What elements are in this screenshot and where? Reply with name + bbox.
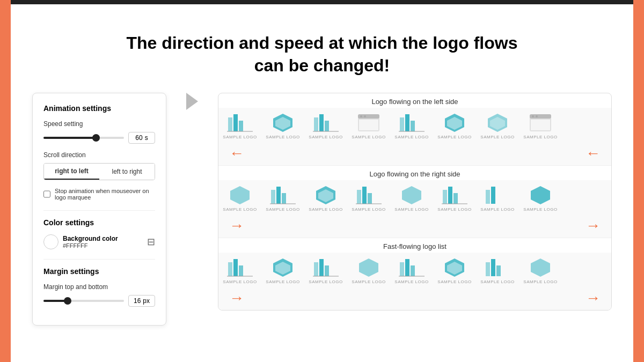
svg-rect-1 xyxy=(233,114,238,131)
margin-section-title: Margin settings xyxy=(43,267,155,276)
logo-caption: Sample Logo xyxy=(266,135,299,139)
stop-animation-row: Stop animation when mouseover on logo ma… xyxy=(43,188,155,201)
margin-thumb[interactable] xyxy=(64,297,71,305)
logo-caption: Sample Logo xyxy=(352,135,385,139)
arrow-row-fast: → → xyxy=(218,289,611,310)
svg-rect-31 xyxy=(282,193,286,204)
list-item: Sample Logo xyxy=(519,182,562,214)
margin-value: 16 xyxy=(134,297,141,305)
fast-arrow-2: → xyxy=(586,290,601,307)
svg-rect-29 xyxy=(271,190,275,204)
left-to-right-btn[interactable]: left to right xyxy=(99,164,155,180)
speed-unit: s xyxy=(145,134,148,142)
hex-logo-icon xyxy=(226,184,253,206)
hex-logo-icon xyxy=(269,112,296,134)
bg-color-value: #FFFFFF xyxy=(63,242,118,249)
right-to-left-btn[interactable]: right to left xyxy=(44,164,99,180)
list-item: Sample Logo xyxy=(433,182,476,214)
list-item: Sample Logo xyxy=(218,182,261,214)
list-item: Sample Logo xyxy=(476,182,519,214)
svg-point-14 xyxy=(364,115,366,117)
svg-rect-64 xyxy=(486,262,490,276)
hex4-logo-icon xyxy=(527,184,554,206)
logo-caption: Sample Logo xyxy=(437,279,471,284)
arrow-row-left: ← ← xyxy=(218,144,611,165)
bar-fast-icon xyxy=(226,257,253,278)
logo-caption: Sample Logo xyxy=(309,207,342,212)
margin-track[interactable] xyxy=(43,300,124,302)
svg-rect-54 xyxy=(319,259,324,276)
margin-slider-row: 16 px xyxy=(43,295,155,307)
animation-section-title: Animation settings xyxy=(43,104,155,113)
list-item: Sample Logo xyxy=(304,110,347,142)
hex-fast-icon xyxy=(269,257,296,278)
stack-icon[interactable]: ⊟ xyxy=(147,236,155,248)
logo-strip-fast: Sample Logo Sample Logo Sample Logo xyxy=(218,253,611,289)
fast-arrow-1: → xyxy=(229,290,244,307)
logo-caption: Sample Logo xyxy=(352,279,385,284)
right-arrow-1: → xyxy=(229,217,244,234)
logo-caption: Sample Logo xyxy=(266,279,299,284)
svg-point-13 xyxy=(360,115,362,117)
color-swatch[interactable] xyxy=(43,234,58,249)
svg-rect-47 xyxy=(228,262,232,276)
logo-caption: Sample Logo xyxy=(394,135,428,139)
svg-rect-12 xyxy=(359,120,378,130)
margin-label: Margin top and bottom xyxy=(43,283,155,291)
left-flow-label: Logo flowing on the left side xyxy=(218,93,611,108)
speed-track[interactable] xyxy=(43,137,124,139)
content-row: Animation settings Speed setting 60 s Sc… xyxy=(32,93,612,326)
logo-strip-right: Sample Logo Sample Logo Sample Logo xyxy=(218,180,611,216)
svg-rect-48 xyxy=(233,259,238,276)
logo-caption: Sample Logo xyxy=(523,279,557,284)
list-item: Sample Logo xyxy=(347,110,390,142)
right-arrow-2: → xyxy=(586,217,601,234)
logo-caption: Sample Logo xyxy=(437,135,471,139)
list-item: Sample Logo xyxy=(519,255,562,286)
bar4-fast-icon xyxy=(484,257,511,278)
speed-thumb[interactable] xyxy=(92,134,100,142)
svg-rect-58 xyxy=(400,262,404,276)
hex2-fast-icon xyxy=(355,257,382,278)
logo-caption: Sample Logo xyxy=(223,207,257,212)
stop-animation-checkbox[interactable] xyxy=(43,190,50,198)
svg-rect-60 xyxy=(411,265,415,276)
fast-flow-label: Fast-flowing logo list xyxy=(218,238,611,253)
svg-rect-35 xyxy=(357,190,361,204)
speed-label: Speed setting xyxy=(43,120,155,128)
svg-marker-39 xyxy=(402,186,421,204)
svg-marker-67 xyxy=(531,258,550,277)
divider-1 xyxy=(43,210,155,211)
logo-caption: Sample Logo xyxy=(309,135,342,139)
logo-caption: Sample Logo xyxy=(523,207,557,212)
speed-fill xyxy=(43,137,96,139)
list-item: Sample Logo xyxy=(218,255,261,286)
left-arrow-2: ← xyxy=(586,145,601,162)
settings-panel: Animation settings Speed setting 60 s Sc… xyxy=(32,93,166,326)
svg-rect-7 xyxy=(319,114,324,131)
arrow-row-right: → → xyxy=(218,216,611,238)
demo-section-left: Logo flowing on the left side Sample Log… xyxy=(218,93,611,166)
svg-rect-42 xyxy=(453,193,458,204)
speed-value-box: 60 s xyxy=(128,132,155,144)
hex2-logo-icon xyxy=(484,112,511,134)
list-item: Sample Logo xyxy=(261,110,304,142)
divider-2 xyxy=(43,259,155,260)
list-item: Sample Logo xyxy=(304,255,347,286)
list-item: Sample Logo xyxy=(218,110,261,142)
bg-color-label: Background color xyxy=(63,235,118,242)
svg-point-26 xyxy=(532,115,534,117)
hex4-fast-icon xyxy=(527,257,554,278)
logo-caption: Sample Logo xyxy=(352,207,385,212)
scroll-direction-label: Scroll direction xyxy=(43,151,155,159)
list-item: Sample Logo xyxy=(261,255,304,286)
logo-caption: Sample Logo xyxy=(523,135,557,139)
stop-animation-label: Stop animation when mouseover on logo ma… xyxy=(55,188,155,201)
svg-marker-57 xyxy=(359,258,378,277)
svg-rect-59 xyxy=(405,259,409,276)
color-info: Background color #FFFFFF xyxy=(63,235,118,249)
bar2-fast-icon xyxy=(312,257,339,278)
color-swatch-group: Background color #FFFFFF xyxy=(43,234,118,249)
list-item: Sample Logo xyxy=(347,182,390,214)
svg-marker-28 xyxy=(230,186,250,204)
